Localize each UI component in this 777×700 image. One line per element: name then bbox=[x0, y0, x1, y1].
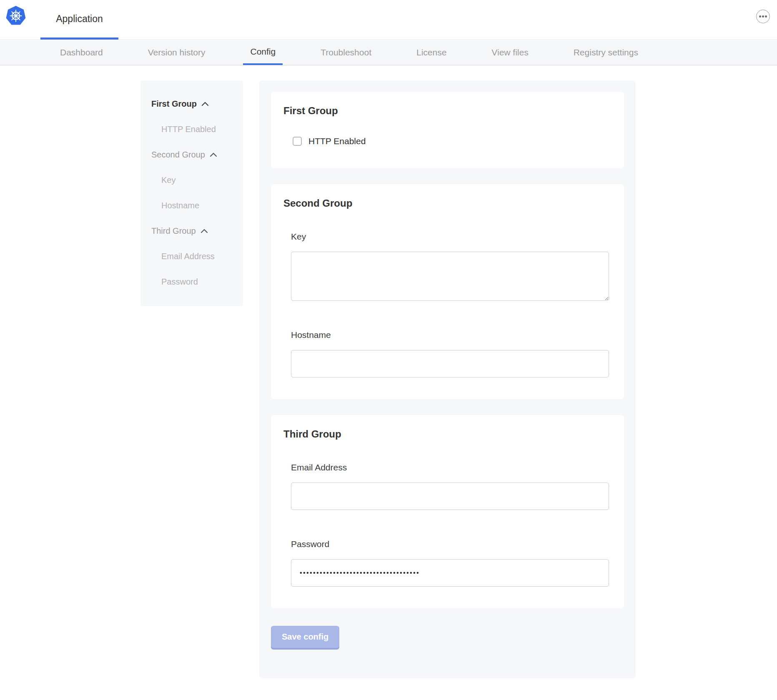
key-field: Key bbox=[291, 232, 612, 301]
email-address-input[interactable] bbox=[291, 482, 609, 510]
chevron-up-icon bbox=[210, 152, 217, 157]
sidebar-item-hostname[interactable]: Hostname bbox=[151, 193, 243, 218]
app-nav-bar: Dashboard Version history Config Trouble… bbox=[0, 40, 777, 65]
config-group-first-group: First Group HTTP Enabled bbox=[271, 92, 624, 168]
email-address-label: Email Address bbox=[291, 462, 612, 472]
tab-license[interactable]: License bbox=[416, 40, 446, 65]
sidebar-group-first-group[interactable]: First Group bbox=[151, 91, 243, 117]
tab-version-history[interactable]: Version history bbox=[148, 40, 206, 65]
sidebar-item-password[interactable]: Password bbox=[151, 269, 243, 295]
group-title: Second Group bbox=[283, 197, 612, 210]
email-address-field: Email Address bbox=[291, 462, 612, 510]
sidebar-group-label: Second Group bbox=[151, 150, 205, 160]
ellipsis-menu-icon[interactable] bbox=[756, 10, 770, 23]
tab-config[interactable]: Config bbox=[243, 40, 283, 65]
http-enabled-checkbox[interactable] bbox=[293, 137, 302, 146]
app-tab-application[interactable]: Application bbox=[40, 0, 118, 40]
key-label: Key bbox=[291, 232, 612, 242]
password-input[interactable] bbox=[291, 559, 609, 587]
key-textarea[interactable] bbox=[291, 252, 609, 301]
hostname-field: Hostname bbox=[291, 330, 612, 378]
password-label: Password bbox=[291, 539, 612, 549]
group-title: First Group bbox=[283, 104, 612, 118]
password-field: Password bbox=[291, 539, 612, 587]
save-config-button[interactable]: Save config bbox=[271, 626, 339, 648]
group-title: Third Group bbox=[283, 428, 612, 441]
tab-view-files[interactable]: View files bbox=[491, 40, 528, 65]
tab-dashboard[interactable]: Dashboard bbox=[60, 40, 103, 65]
sidebar-group-label: First Group bbox=[151, 99, 197, 109]
sidebar-item-key[interactable]: Key bbox=[151, 168, 243, 193]
sidebar-group-label: Third Group bbox=[151, 226, 196, 236]
http-enabled-label: HTTP Enabled bbox=[308, 136, 366, 146]
hostname-label: Hostname bbox=[291, 330, 612, 340]
config-form-panel: First Group HTTP Enabled Second Group Ke… bbox=[259, 80, 636, 678]
config-sidebar: First Group HTTP Enabled Second Group Ke… bbox=[140, 80, 243, 306]
tab-registry-settings[interactable]: Registry settings bbox=[574, 40, 638, 65]
sidebar-group-third-group[interactable]: Third Group bbox=[151, 218, 243, 244]
config-group-third-group: Third Group Email Address Password bbox=[271, 415, 624, 608]
chevron-up-icon bbox=[201, 102, 209, 106]
http-enabled-field: HTTP Enabled bbox=[293, 136, 612, 147]
sidebar-item-http-enabled[interactable]: HTTP Enabled bbox=[151, 117, 243, 142]
chevron-up-icon bbox=[201, 229, 208, 233]
top-bar: Application bbox=[0, 0, 777, 40]
kubernetes-icon bbox=[5, 5, 26, 26]
sidebar-group-second-group[interactable]: Second Group bbox=[151, 142, 243, 168]
tab-troubleshoot[interactable]: Troubleshoot bbox=[321, 40, 371, 65]
sidebar-item-email-address[interactable]: Email Address bbox=[151, 244, 243, 269]
hostname-input[interactable] bbox=[291, 350, 609, 378]
config-group-second-group: Second Group Key Hostname bbox=[271, 184, 624, 399]
